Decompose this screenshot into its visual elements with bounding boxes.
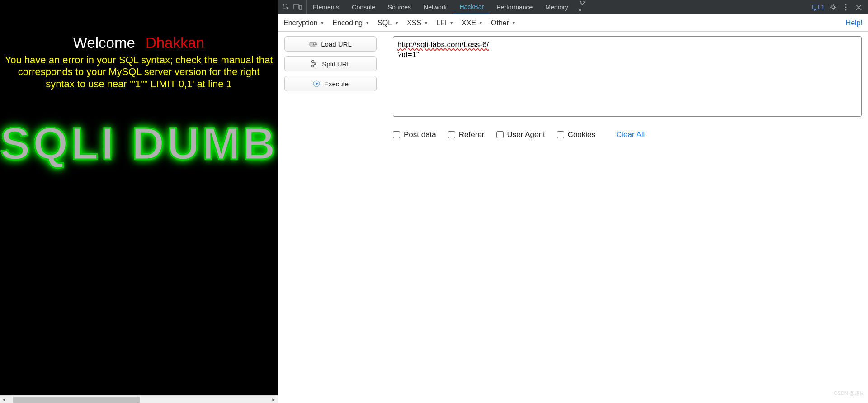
split-url-icon xyxy=(310,60,318,68)
url-textarea[interactable] xyxy=(393,36,862,117)
clear-all-link[interactable]: Clear All xyxy=(616,130,645,139)
checkbox-user-agent[interactable]: User Agent xyxy=(496,130,545,139)
more-options-icon[interactable] xyxy=(842,3,850,11)
svg-point-4 xyxy=(832,6,835,9)
svg-rect-2 xyxy=(299,5,302,9)
webpage-panel: Welcome Dhakkan You have an error in you… xyxy=(0,0,278,395)
svg-point-7 xyxy=(845,9,847,11)
dropdown-lfi[interactable]: LFI▼ xyxy=(436,19,453,27)
scroll-left-arrow[interactable]: ◄ xyxy=(0,396,8,403)
scroll-track[interactable] xyxy=(8,396,270,403)
load-url-label: Load URL xyxy=(321,40,352,48)
split-url-button[interactable]: Split URL xyxy=(284,56,377,71)
message-badge[interactable]: 1 xyxy=(812,4,825,11)
sqli-banner: SQLI DUMB xyxy=(0,118,278,170)
welcome-text: Welcome xyxy=(73,34,135,51)
scroll-right-arrow[interactable]: ► xyxy=(270,396,278,403)
tab-hackbar[interactable]: HackBar xyxy=(453,0,490,14)
svg-point-5 xyxy=(845,4,847,5)
message-count: 1 xyxy=(821,4,825,11)
execute-label: Execute xyxy=(324,80,349,88)
svg-point-6 xyxy=(845,7,847,8)
tab-console[interactable]: Console xyxy=(345,0,381,14)
dropdown-xss[interactable]: XSS▼ xyxy=(407,19,428,27)
dropdown-other[interactable]: Other▼ xyxy=(491,19,516,27)
watermark: CSDN @超枝 xyxy=(834,390,864,395)
svg-rect-1 xyxy=(293,5,299,9)
settings-icon[interactable] xyxy=(829,3,837,11)
tab-memory[interactable]: Memory xyxy=(539,0,575,14)
checkbox-cookies[interactable]: Cookies xyxy=(557,130,595,139)
device-toolbar-icon[interactable] xyxy=(293,3,302,11)
tab-performance[interactable]: Performance xyxy=(490,0,539,14)
tab-sources[interactable]: Sources xyxy=(382,0,417,14)
load-url-icon xyxy=(309,40,317,48)
close-devtools-icon[interactable] xyxy=(854,3,863,11)
welcome-heading: Welcome Dhakkan xyxy=(0,34,278,52)
scroll-thumb[interactable] xyxy=(13,397,140,403)
execute-icon xyxy=(312,80,321,88)
execute-button[interactable]: Execute xyxy=(284,76,377,91)
more-tabs-icon[interactable]: » xyxy=(575,1,590,13)
sql-error-message: You have an error in your SQL syntax; ch… xyxy=(0,54,278,90)
checkbox-post-data[interactable]: Post data xyxy=(393,130,436,139)
dhakkan-text: Dhakkan xyxy=(146,34,204,51)
svg-rect-3 xyxy=(813,5,819,9)
dropdown-encoding[interactable]: Encoding▼ xyxy=(333,19,370,27)
tab-network[interactable]: Network xyxy=(417,0,453,14)
horizontal-scrollbar[interactable]: ◄ ► xyxy=(0,395,278,403)
hackbar-body: Load URL Split URL Execute xyxy=(278,32,868,144)
help-link[interactable]: Help! xyxy=(846,19,863,27)
inspect-element-icon[interactable] xyxy=(283,3,291,11)
split-url-label: Split URL xyxy=(322,60,350,68)
hackbar-toolbar: Encryption▼ Encoding▼ SQL▼ XSS▼ LFI▼ XXE… xyxy=(278,14,868,32)
checkbox-row: Post data Referer User Agent Cookies Cle… xyxy=(393,130,862,139)
devtools-tabs: Elements Console Sources Network HackBar… xyxy=(307,0,807,14)
devtools-panel: Elements Console Sources Network HackBar… xyxy=(278,0,868,395)
checkbox-referer[interactable]: Referer xyxy=(448,130,485,139)
devtools-header: Elements Console Sources Network HackBar… xyxy=(278,0,868,14)
load-url-button[interactable]: Load URL xyxy=(284,36,377,52)
dropdown-sql[interactable]: SQL▼ xyxy=(377,19,399,27)
tab-elements[interactable]: Elements xyxy=(307,0,345,14)
dropdown-encryption[interactable]: Encryption▼ xyxy=(283,19,325,27)
dropdown-xxe[interactable]: XXE▼ xyxy=(462,19,483,27)
